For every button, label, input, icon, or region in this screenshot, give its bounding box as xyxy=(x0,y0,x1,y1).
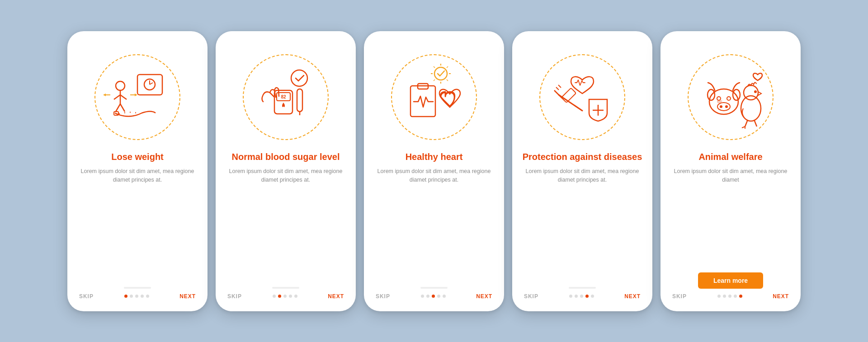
icon-area-lose-weight xyxy=(88,47,187,147)
dot-active xyxy=(124,295,127,298)
skip-button-4[interactable]: SKIP xyxy=(524,293,538,300)
dots-4 xyxy=(569,295,594,298)
nav-row-2: SKIP NEXT xyxy=(226,293,346,301)
card-title-protection: Protection against diseases xyxy=(523,151,642,163)
icon-area-protection xyxy=(533,47,632,147)
dot xyxy=(437,295,440,298)
dot xyxy=(580,295,583,298)
dots-5 xyxy=(717,295,742,298)
next-button-5[interactable]: NEXT xyxy=(773,293,789,300)
dot xyxy=(591,295,594,298)
dashed-circle xyxy=(391,54,477,140)
dot xyxy=(289,295,292,298)
dot xyxy=(421,295,424,298)
dashed-circle xyxy=(539,54,625,140)
dashed-circle xyxy=(243,54,329,140)
skip-button-1[interactable]: SKIP xyxy=(79,293,94,300)
phone-card-blood-sugar: 82 Normal blood sugar level Lorem ipsum … xyxy=(216,31,356,311)
dot-active xyxy=(739,295,742,298)
divider xyxy=(272,287,299,289)
dot xyxy=(283,295,287,298)
phone-card-lose-weight: Lose weight Lorem ipsum dolor sit dim am… xyxy=(67,31,208,311)
icon-area-animal-welfare xyxy=(681,47,780,147)
card-desc-blood-sugar: Lorem ipsum dolor sit dim amet, mea regi… xyxy=(226,167,346,281)
dot-active xyxy=(432,295,435,298)
nav-row-5: SKIP NEXT xyxy=(670,293,791,301)
dots-3 xyxy=(421,295,446,298)
dashed-circle xyxy=(688,54,774,140)
skip-button-2[interactable]: SKIP xyxy=(227,293,242,300)
dot xyxy=(569,295,572,298)
skip-button-3[interactable]: SKIP xyxy=(376,293,390,300)
card-title-animal-welfare: Animal welfare xyxy=(698,151,762,163)
dashed-circle xyxy=(94,54,180,140)
card-desc-animal-welfare: Lorem ipsum dolor sit dim amet, mea regi… xyxy=(670,167,791,266)
nav-row-4: SKIP NEXT xyxy=(522,293,642,301)
dot xyxy=(723,295,726,298)
card-desc-lose-weight: Lorem ipsum dolor sit dim amet, mea regi… xyxy=(77,167,198,281)
dot-active xyxy=(585,295,589,298)
dot xyxy=(135,295,138,298)
next-button-4[interactable]: NEXT xyxy=(624,293,641,300)
dot xyxy=(141,295,144,298)
dot xyxy=(426,295,429,298)
divider xyxy=(569,287,596,289)
next-button-3[interactable]: NEXT xyxy=(476,293,492,300)
dot xyxy=(130,295,133,298)
dot xyxy=(273,295,276,298)
dot-active xyxy=(278,295,281,298)
learn-more-button[interactable]: Learn more xyxy=(698,272,763,289)
card-title-lose-weight: Lose weight xyxy=(111,151,164,163)
divider xyxy=(420,287,448,289)
next-button-1[interactable]: NEXT xyxy=(179,293,196,300)
divider xyxy=(124,287,151,289)
next-button-2[interactable]: NEXT xyxy=(328,293,344,300)
phone-card-protection: Protection against diseases Lorem ipsum … xyxy=(512,31,652,311)
phones-container: Lose weight Lorem ipsum dolor sit dim am… xyxy=(54,18,814,325)
card-desc-healthy-heart: Lorem ipsum dolor sit dim amet, mea regi… xyxy=(374,167,494,281)
skip-button-5[interactable]: SKIP xyxy=(672,293,687,300)
phone-card-animal-welfare: Animal welfare Lorem ipsum dolor sit dim… xyxy=(660,31,801,311)
dot xyxy=(443,295,446,298)
icon-area-healthy-heart xyxy=(384,47,484,147)
nav-row-3: SKIP NEXT xyxy=(374,293,494,301)
card-title-blood-sugar: Normal blood sugar level xyxy=(232,151,340,163)
dot xyxy=(146,295,149,298)
dots-1 xyxy=(124,295,149,298)
dot xyxy=(717,295,721,298)
dot xyxy=(575,295,578,298)
card-desc-protection: Lorem ipsum dolor sit dim amet, mea regi… xyxy=(522,167,642,281)
icon-area-blood-sugar: 82 xyxy=(236,47,335,147)
dot xyxy=(728,295,731,298)
card-title-healthy-heart: Healthy heart xyxy=(406,151,463,163)
dot xyxy=(294,295,297,298)
phone-card-healthy-heart: Healthy heart Lorem ipsum dolor sit dim … xyxy=(364,31,504,311)
dots-2 xyxy=(273,295,297,298)
nav-row-1: SKIP NEXT xyxy=(77,293,198,301)
dot xyxy=(734,295,737,298)
